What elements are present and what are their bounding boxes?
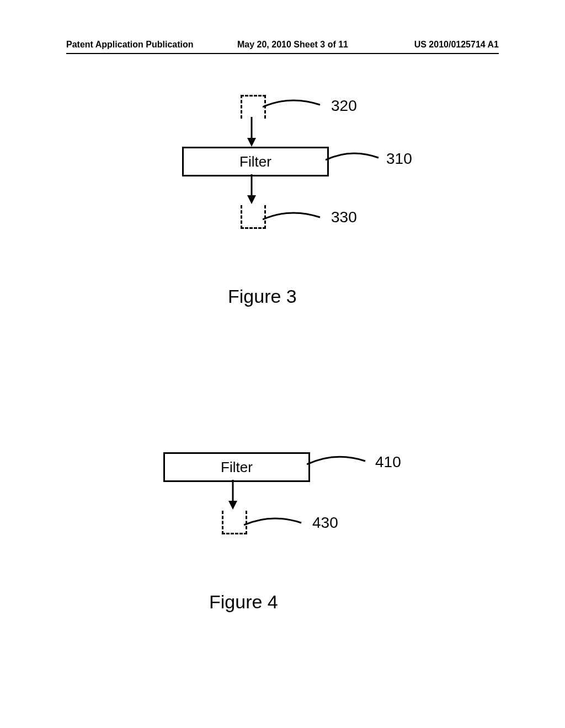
fig3-filter-box: Filter: [182, 147, 329, 176]
header-rule: [66, 53, 499, 54]
page-root: Patent Application Publication May 20, 2…: [0, 0, 565, 728]
fig3-filter-label: Filter: [239, 153, 271, 170]
fig3-leader-310: [326, 150, 381, 167]
fig3-arrow-top: [247, 117, 258, 148]
fig4-caption: Figure 4: [209, 591, 278, 613]
svg-marker-5: [228, 501, 237, 510]
fig4-ref-430: 430: [312, 514, 338, 532]
fig3-ref-320: 320: [331, 97, 357, 115]
fig3-arrow-bottom: [247, 174, 258, 205]
fig4-filter-box: Filter: [163, 452, 310, 482]
fig3-caption: Figure 3: [228, 286, 297, 307]
header-right: US 2010/0125714 A1: [414, 40, 499, 50]
fig3-ref-330: 330: [331, 208, 357, 226]
svg-marker-3: [247, 195, 256, 204]
fig3-leader-330: [263, 211, 323, 227]
fig4-filter-label: Filter: [221, 459, 253, 476]
fig3-input-box: [241, 95, 266, 119]
fig4-ref-410: 410: [375, 453, 401, 471]
fig4-leader-410: [307, 454, 367, 471]
fig4-arrow-bottom: [228, 480, 239, 511]
fig3-output-box: [241, 205, 266, 229]
header-left: Patent Application Publication: [66, 40, 194, 50]
fig4-leader-430: [244, 516, 305, 533]
fig3-leader-320: [263, 98, 323, 115]
fig3-ref-310: 310: [386, 150, 412, 168]
header-mid: May 20, 2010 Sheet 3 of 11: [237, 40, 348, 50]
fig4-output-box: [222, 511, 247, 534]
svg-marker-1: [247, 138, 256, 147]
